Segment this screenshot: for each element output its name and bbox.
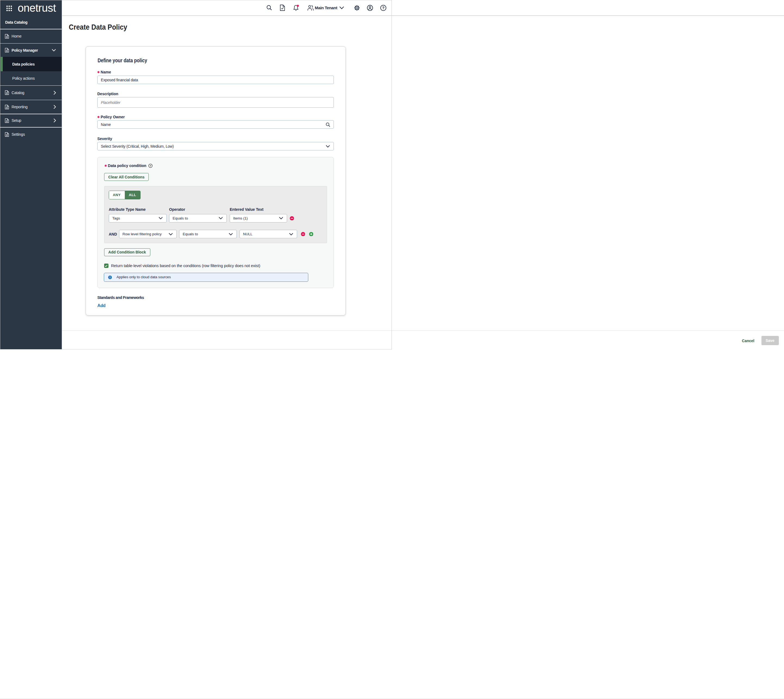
svg-text:?: ? <box>382 6 384 10</box>
svg-text:?: ? <box>150 164 151 167</box>
